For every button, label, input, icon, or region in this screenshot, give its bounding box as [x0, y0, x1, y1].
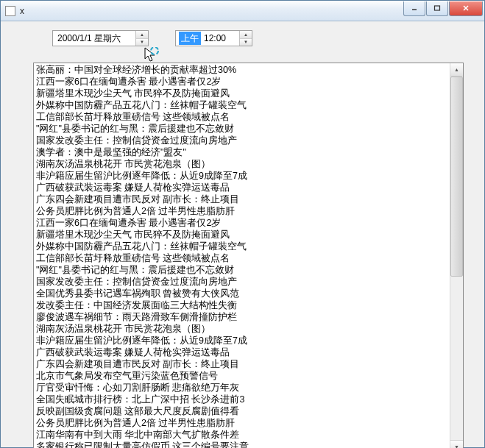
list-item[interactable]: 江西一家6口在缅甸遭杀害 最小遇害者仅2岁 — [36, 217, 447, 229]
time-spinner-down[interactable]: ▼ — [240, 39, 252, 46]
list-item[interactable]: 公务员肥胖比例为普通人2倍 过半男性患脂肪肝 — [36, 205, 447, 217]
list-item[interactable]: 发改委主任：中国经济发展面临三大结构性失衡 — [36, 299, 447, 311]
title-bar[interactable]: x — [1, 1, 484, 21]
list-item[interactable]: 广东四会新建项目遭市民反对 副市长：终止项目 — [36, 358, 447, 370]
list-item[interactable]: 新疆塔里木现沙尘天气 市民猝不及防掩面避风 — [36, 88, 447, 99]
list-item[interactable]: 工信部部长苗圩释放重磅信号 这些领域被点名 — [36, 252, 447, 264]
list-item[interactable]: 国家发改委主任：控制信贷资金过度流向房地产 — [36, 135, 447, 146]
app-window: x ▲ ▼ 上午 — [0, 0, 485, 448]
date-spinner-arrows: ▲ ▼ — [135, 31, 148, 46]
list-item[interactable]: 非沪籍应届生留沪比例逐年降低：从近9成降至7成 — [36, 335, 447, 346]
date-spinner[interactable]: ▲ ▼ — [52, 30, 149, 46]
list-item[interactable]: 江南华南有中到大雨 华北中南部大气扩散条件差 — [36, 429, 447, 441]
time-spinner[interactable]: 上午 12:00 ▲ ▼ — [175, 30, 252, 46]
headlines-listbox[interactable]: 张高丽：中国对全球经济增长的贡献率超过30%江西一家6口在缅甸遭杀害 最小遇害者… — [33, 63, 464, 448]
list-item[interactable]: 广东四会新建项目遭市民反对 副市长：终止项目 — [36, 193, 447, 205]
window-title: x — [20, 6, 403, 16]
list-item[interactable]: 湖南灰汤温泉桃花开 市民赏花泡泉（图） — [36, 323, 447, 335]
list-item[interactable]: 公务员肥胖比例为普通人2倍 过半男性患脂肪肝 — [36, 417, 447, 429]
time-spinner-arrows: ▲ ▼ — [239, 31, 252, 46]
scrollbar-down-button[interactable]: ▼ — [450, 440, 463, 448]
list-item[interactable]: 廖俊波遇车祸细节：雨天路滑致车侧滑撞防护栏 — [36, 311, 447, 323]
vertical-scrollbar[interactable]: ▲ ▼ — [450, 63, 463, 448]
list-item[interactable]: 全国优秀县委书记遇车祸殉职 曾被赞有大侠风范 — [36, 288, 447, 299]
date-input[interactable] — [53, 31, 135, 46]
list-item[interactable]: 国家发改委主任：控制信贷资金过度流向房地产 — [36, 276, 447, 288]
time-spinner-up[interactable]: ▲ — [240, 31, 252, 39]
list-item[interactable]: 江西一家6口在缅甸遭杀害 最小遇害者仅2岁 — [36, 76, 447, 88]
scrollbar-thumb[interactable] — [450, 77, 463, 277]
date-spinner-up[interactable]: ▲ — [136, 31, 148, 39]
time-value[interactable]: 12:00 — [201, 33, 226, 43]
list-item[interactable]: 厅官受审忏悔：心如刀割肝肠断 悲痛欲绝万年灰 — [36, 382, 447, 394]
list-item[interactable]: "网红"县委书记的红与黑：震后援建也不忘敛财 — [36, 264, 447, 276]
date-spinner-down[interactable]: ▼ — [136, 39, 148, 46]
time-ampm[interactable]: 上午 — [179, 32, 201, 45]
scrollbar-up-button[interactable]: ▲ — [450, 63, 463, 77]
svg-rect-1 — [435, 6, 440, 10]
close-button[interactable] — [449, 1, 483, 16]
list-item[interactable]: 广西破获武装运毒案 嫌疑人荷枪实弹运送毒品 — [36, 182, 447, 193]
list-item[interactable]: 工信部部长苗圩释放重磅信号 这些领域被点名 — [36, 111, 447, 123]
list-item[interactable]: 北京市气象局发布空气重污染蓝色预警信号 — [36, 370, 447, 382]
maximize-button[interactable] — [426, 1, 448, 16]
window-controls — [403, 1, 483, 16]
list-item[interactable]: 多家银行称已限制大量高仿假币 这三个编号要注意 — [36, 441, 447, 448]
svg-point-4 — [151, 47, 158, 54]
list-item[interactable]: 澳学者：澳中是最坚强的经济"盟友" — [36, 146, 447, 158]
list-item[interactable]: "网红"县委书记的红与黑：震后援建也不忘敛财 — [36, 123, 447, 135]
list-item[interactable]: 非沪籍应届生留沪比例逐年降低：从近9成降至7成 — [36, 170, 447, 182]
list-item[interactable]: 新疆塔里木现沙尘天气 市民猝不及防掩面避风 — [36, 229, 447, 241]
client-area: ▲ ▼ 上午 12:00 ▲ ▼ — [1, 21, 484, 447]
minimize-button[interactable] — [403, 1, 425, 16]
list-item[interactable]: 湖南灰汤温泉桃花开 市民赏花泡泉（图） — [36, 158, 447, 170]
scrollbar-track[interactable] — [450, 77, 463, 440]
list-item[interactable]: 广西破获武装运毒案 嫌疑人荷枪实弹运送毒品 — [36, 346, 447, 358]
list-content: 张高丽：中国对全球经济增长的贡献率超过30%江西一家6口在缅甸遭杀害 最小遇害者… — [34, 63, 450, 448]
datetime-row: ▲ ▼ 上午 12:00 ▲ ▼ — [52, 30, 477, 46]
list-item[interactable]: 外媒称中国防霾产品五花八门：丝袜帽子罐装空气 — [36, 99, 447, 111]
list-item[interactable]: 全国失眠城市排行榜：北上广深中招 长沙杀进前3 — [36, 394, 447, 405]
list-item[interactable]: 张高丽：中国对全球经济增长的贡献率超过30% — [36, 64, 447, 76]
list-item[interactable]: 外媒称中国防霾产品五花八门：丝袜帽子罐装空气 — [36, 241, 447, 252]
list-item[interactable]: 反映副国级贪腐问题 这部最大尺度反腐剧值得看 — [36, 405, 447, 417]
app-icon — [5, 6, 15, 16]
